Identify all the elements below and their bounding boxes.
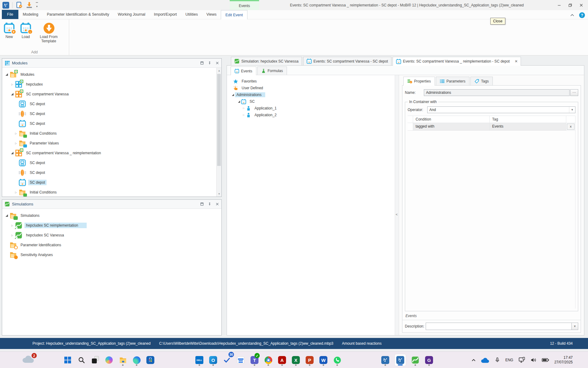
doc-tab-events-reimplementation[interactable]: Events: SC compartment Vanessa _ reimple… <box>393 57 521 66</box>
search-button[interactable] <box>77 354 86 366</box>
scroll-up-icon[interactable]: ▲ <box>217 68 221 73</box>
excel-button[interactable]: X <box>291 354 300 366</box>
ribbon-tab-working-journal[interactable]: Working Journal <box>113 10 149 19</box>
pksim-button[interactable] <box>381 354 390 366</box>
collapsed-arrow-icon[interactable] <box>10 83 14 86</box>
tree-item-sc-compartment-reimplementation[interactable]: SC compartment Vanessa _ reimplementatio… <box>2 148 216 158</box>
tree-item-modules-root[interactable]: Modules <box>2 70 216 79</box>
microsoft-store-button[interactable] <box>146 354 155 366</box>
restore-icon[interactable] <box>565 0 576 10</box>
whatsapp-button[interactable] <box>333 354 342 366</box>
journal-icon[interactable] <box>16 2 23 9</box>
tree-item-application-1[interactable]: Application_1 <box>227 105 395 112</box>
tab-tags[interactable]: Tags <box>470 77 493 85</box>
battery-icon[interactable] <box>542 358 549 362</box>
file-explorer-button[interactable] <box>118 354 127 366</box>
panel-maximize-icon[interactable] <box>200 61 204 65</box>
collapsed-arrow-icon[interactable] <box>242 114 246 116</box>
g-app-button[interactable]: G <box>424 354 434 366</box>
microphone-icon[interactable] <box>495 357 500 363</box>
description-field[interactable] <box>426 323 572 330</box>
collapsed-arrow-icon[interactable] <box>242 107 246 109</box>
clock[interactable]: 17:47 27/07/2025 <box>554 355 573 365</box>
expanded-arrow-icon[interactable] <box>5 214 9 217</box>
tag-cell[interactable]: Events <box>490 123 566 131</box>
name-field[interactable] <box>424 89 570 96</box>
tray-expand-icon[interactable] <box>472 359 476 362</box>
copilot-button[interactable] <box>104 354 114 366</box>
ribbon-tab-parameter-identification[interactable]: Parameter Identification & Sensitivity <box>43 10 114 19</box>
panel-close-icon[interactable] <box>216 61 219 65</box>
tree-item-sc-depot-events-selected[interactable]: SC depot <box>2 178 216 187</box>
powerpoint-button[interactable]: P <box>305 354 314 366</box>
word-button[interactable]: W <box>319 354 328 366</box>
scrollbar-thumb[interactable] <box>217 74 221 166</box>
network-icon[interactable] <box>518 357 525 363</box>
tree-item-initial-conditions[interactable]: Initial Conditions <box>2 128 216 138</box>
outlook-button[interactable]: O <box>209 354 218 366</box>
calendar-app-button[interactable] <box>236 354 245 366</box>
ribbon-tab-import-export[interactable]: Import/Export <box>150 10 181 19</box>
panel-close-icon[interactable] <box>216 202 219 206</box>
tab-close-icon[interactable]: ✕ <box>514 59 518 63</box>
close-icon[interactable] <box>576 0 587 10</box>
description-expand-icon[interactable]: ▼ <box>571 323 578 330</box>
tree-item-sc-depot-events[interactable]: SC depot <box>2 119 216 128</box>
tab-parameters[interactable]: Parameters <box>436 77 469 85</box>
minimize-icon[interactable] <box>554 0 565 10</box>
tree-item-hepcludex-sc-vanessa[interactable]: ✓ hepcludex SC Vanessa <box>2 230 221 240</box>
load-from-template-button[interactable]: Load From Template <box>36 22 62 44</box>
collapse-ribbon-icon[interactable] <box>570 14 574 17</box>
tree-item-sc[interactable]: SC <box>227 98 395 105</box>
mobi-button-active[interactable] <box>394 354 406 366</box>
edge-button[interactable] <box>132 354 141 366</box>
help-icon[interactable]: ? <box>579 12 585 18</box>
tab-events[interactable]: Events <box>231 67 256 75</box>
tree-item-favorites[interactable]: Favorites <box>227 78 395 85</box>
qat-customize-icon[interactable]: ▔▾ <box>36 3 38 8</box>
collapsed-arrow-icon[interactable] <box>10 224 14 227</box>
collapsed-arrow-icon[interactable] <box>14 132 18 135</box>
operator-dropdown[interactable]: And ▼ <box>427 106 575 113</box>
expanded-arrow-icon[interactable] <box>5 73 9 76</box>
condition-row[interactable]: tagged with Events x <box>408 123 575 131</box>
panel-maximize-icon[interactable] <box>200 202 204 206</box>
chrome-button[interactable] <box>264 354 273 366</box>
todo-button[interactable]: 30 <box>222 354 232 366</box>
new-button[interactable]: + New <box>2 22 16 44</box>
tree-item-sc-depot-transport[interactable]: SC depot <box>2 109 216 119</box>
collapsed-arrow-icon[interactable] <box>10 234 14 237</box>
ribbon-tab-file[interactable]: File <box>2 10 18 19</box>
chevron-down-icon[interactable]: ▼ <box>569 107 575 113</box>
onedrive-status-icon[interactable]: 2 <box>22 355 36 365</box>
doc-tab-simulation[interactable]: Simulation: hepcludex SC Vanessa <box>231 57 302 65</box>
onedrive-tray-icon[interactable] <box>481 357 489 363</box>
tree-item-sc-depot-spatial[interactable]: SC depot <box>2 99 216 109</box>
collapsed-arrow-icon[interactable] <box>14 142 18 145</box>
simulation-app-button[interactable] <box>411 354 420 366</box>
condition-cell[interactable]: tagged with <box>413 123 490 131</box>
expanded-arrow-icon[interactable] <box>10 93 14 95</box>
ribbon-tab-edit-event[interactable]: Edit Event <box>221 10 247 19</box>
name-ellipsis-button[interactable]: ··· <box>570 89 578 96</box>
tree-item-hepcludex[interactable]: hepcludex <box>2 79 216 89</box>
scroll-down-icon[interactable]: ▼ <box>217 191 221 197</box>
ribbon-tab-views[interactable]: Views <box>202 10 221 19</box>
expanded-arrow-icon[interactable] <box>237 101 241 103</box>
tree-item-hepcludex-sc-reimplementation[interactable]: ✓ hepcludex SC reimplementation <box>2 220 221 230</box>
tree-item-user-defined[interactable]: User Defined <box>227 85 395 91</box>
export-icon[interactable] <box>26 2 33 9</box>
expanded-arrow-icon[interactable] <box>231 94 235 96</box>
tree-item-simulations-root[interactable]: Simulations <box>2 211 221 220</box>
tree-item-parameter-identifications[interactable]: Parameter Identifications <box>2 240 221 250</box>
task-view-button[interactable] <box>91 354 100 366</box>
delete-condition-button[interactable]: x <box>567 124 575 130</box>
tree-item-sensitivity-analyses[interactable]: Sensitivity Analyses <box>2 250 221 260</box>
expanded-arrow-icon[interactable] <box>10 152 14 154</box>
teams-button[interactable]: T✓ <box>250 354 259 366</box>
load-button[interactable]: ↓ Load <box>19 22 32 44</box>
tree-item-sc-depot-spatial-2[interactable]: SC depot <box>2 158 216 168</box>
modules-scrollbar[interactable]: ▲ ▼ <box>216 68 221 197</box>
tree-item-initial-conditions-2[interactable]: Initial Conditions <box>2 187 216 197</box>
tree-item-sc-depot-transport-2[interactable]: SC depot <box>2 168 216 178</box>
